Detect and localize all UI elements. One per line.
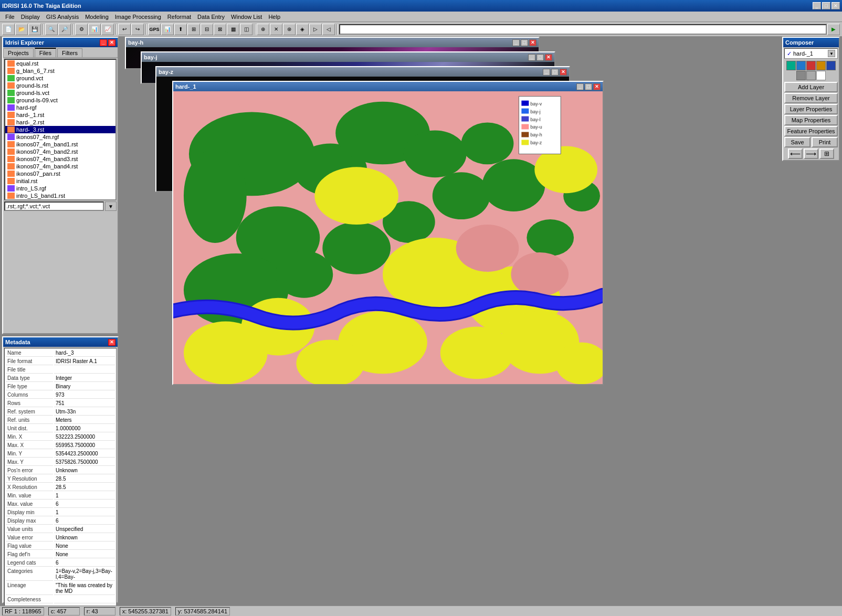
- layer-properties-button[interactable]: Layer Properties: [784, 104, 838, 114]
- toolbar-gps[interactable]: GPS: [148, 24, 161, 35]
- hard-close[interactable]: ✕: [593, 83, 601, 90]
- toolbar-btn12[interactable]: ▦: [227, 24, 239, 35]
- color-btn-8[interactable]: [816, 71, 826, 80]
- tab-files[interactable]: Files: [35, 48, 56, 57]
- bay-z-maximize[interactable]: □: [551, 69, 559, 76]
- remove-layer-button[interactable]: Remove Layer: [784, 93, 838, 103]
- tree-item[interactable]: ground-ls.vct: [5, 89, 115, 97]
- bay-j-close[interactable]: ✕: [545, 54, 552, 61]
- composer-layer-item[interactable]: ✓ hard-_1 ▼: [784, 48, 838, 59]
- toolbar-btn6[interactable]: ↩: [118, 24, 131, 35]
- toolbar-btn14[interactable]: ⊕: [257, 24, 269, 35]
- tree-item[interactable]: initial.rst: [5, 177, 115, 185]
- tab-filters[interactable]: Filters: [57, 48, 82, 57]
- toolbar-btn9[interactable]: ⊞: [187, 24, 200, 35]
- tree-item[interactable]: ground.vct: [5, 75, 115, 82]
- toolbar-play[interactable]: ▶: [827, 24, 840, 35]
- tree-item[interactable]: intro_LS_band2.rst: [5, 199, 115, 200]
- bay-j-maximize[interactable]: □: [536, 54, 544, 61]
- explorer-minimize[interactable]: _: [100, 39, 107, 46]
- tree-item[interactable]: hard-_2.rst: [5, 119, 115, 126]
- tree-item[interactable]: ikonos07_4m_band1.rst: [5, 141, 115, 148]
- tree-item[interactable]: intro_LS_band1.rst: [5, 192, 115, 199]
- bay-h-minimize[interactable]: _: [512, 39, 520, 46]
- nav-left-btn[interactable]: ⟵: [788, 148, 803, 159]
- hard-minimize[interactable]: _: [576, 83, 584, 90]
- toolbar-new[interactable]: 📄: [2, 24, 15, 35]
- tree-item[interactable]: g_blan_6_7.rst: [5, 67, 115, 75]
- metadata-close[interactable]: ✕: [108, 339, 115, 346]
- toolbar-btn15[interactable]: ✕: [270, 24, 282, 35]
- bay-z-minimize[interactable]: _: [543, 69, 550, 76]
- tree-item[interactable]: ground-ls-09.vct: [5, 97, 115, 104]
- menu-file[interactable]: File: [2, 13, 18, 21]
- tree-item[interactable]: ikonos07_pan.rst: [5, 170, 115, 177]
- hard-maximize[interactable]: □: [585, 83, 592, 90]
- color-btn-1[interactable]: [786, 61, 796, 70]
- color-btn-2[interactable]: [796, 61, 806, 70]
- toolbar-btn4[interactable]: 📊: [88, 24, 101, 35]
- toolbar-btn16[interactable]: ⊛: [283, 24, 296, 35]
- tree-item[interactable]: hard-rgf: [5, 104, 115, 111]
- toolbar-btn17[interactable]: ◈: [296, 24, 309, 35]
- toolbar-btn19[interactable]: ◁: [322, 24, 335, 35]
- tree-item[interactable]: ikonos07_4m_band4.rst: [5, 163, 115, 170]
- toolbar-btn18[interactable]: ▷: [309, 24, 322, 35]
- bay-j-minimize[interactable]: _: [528, 54, 535, 61]
- menu-help[interactable]: Help: [265, 13, 283, 21]
- menu-display[interactable]: Display: [18, 13, 43, 21]
- print-button[interactable]: Print: [812, 137, 838, 147]
- toolbar-btn8[interactable]: ⬆: [174, 24, 187, 35]
- tree-item[interactable]: ikonos07_4m_band2.rst: [5, 148, 115, 155]
- toolbar-btn3[interactable]: ⚙: [75, 24, 88, 35]
- minimize-btn[interactable]: _: [813, 2, 821, 9]
- toolbar-btn2[interactable]: 🔎: [58, 24, 71, 35]
- close-btn[interactable]: ✕: [832, 2, 840, 9]
- color-btn-3[interactable]: [806, 61, 816, 70]
- feature-properties-button[interactable]: Feature Properties: [784, 126, 838, 136]
- toolbar-btn1[interactable]: 🔍: [45, 24, 58, 35]
- tree-item[interactable]: hard-_3.rst: [5, 126, 115, 133]
- menu-reformat[interactable]: Reformat: [164, 13, 194, 21]
- toolbar-chart[interactable]: 📊: [161, 24, 174, 35]
- toolbar-btn10[interactable]: ⊟: [201, 24, 213, 35]
- menu-modeling[interactable]: Modeling: [82, 13, 112, 21]
- save-button[interactable]: Save: [784, 137, 811, 147]
- tree-item[interactable]: hard-_1.rst: [5, 111, 115, 119]
- bay-h-maximize[interactable]: □: [521, 39, 528, 46]
- tree-item[interactable]: ikonos07_4m_band3.rst: [5, 155, 115, 163]
- add-layer-button[interactable]: Add Layer: [784, 82, 838, 92]
- color-btn-7[interactable]: [806, 71, 816, 80]
- tree-item[interactable]: ikonos07_4m.rgf: [5, 133, 115, 141]
- toolbar-open[interactable]: 📂: [15, 24, 28, 35]
- bay-h-close[interactable]: ✕: [529, 39, 536, 46]
- color-btn-6[interactable]: [796, 71, 806, 80]
- nav-grid-btn[interactable]: ⊞: [819, 148, 834, 159]
- tree-item[interactable]: ground-ls.rst: [5, 82, 115, 89]
- maximize-btn[interactable]: □: [822, 2, 830, 9]
- tab-projects[interactable]: Projects: [3, 48, 34, 57]
- color-btn-4[interactable]: [816, 61, 826, 70]
- bay-h-title-bar[interactable]: bay-h _ □ ✕: [126, 38, 539, 47]
- toolbar-btn13[interactable]: ◫: [240, 24, 252, 35]
- filter-input[interactable]: [4, 201, 104, 211]
- tree-item[interactable]: intro_LS.rgf: [5, 185, 115, 192]
- map-properties-button[interactable]: Map Properties: [784, 115, 838, 125]
- bay-z-close[interactable]: ✕: [560, 69, 567, 76]
- toolbar-dropdown[interactable]: [339, 24, 827, 35]
- filter-btn[interactable]: ▼: [105, 201, 117, 211]
- menu-window[interactable]: Window List: [228, 13, 265, 21]
- toolbar-btn11[interactable]: ⊠: [214, 24, 226, 35]
- bay-z-title-bar[interactable]: bay-z _ □ ✕: [156, 67, 569, 77]
- toolbar-btn7[interactable]: ↪: [131, 24, 144, 35]
- bay-j-title-bar[interactable]: bay-j _ □ ✕: [142, 52, 554, 62]
- toolbar-save[interactable]: 💾: [28, 24, 41, 35]
- menu-data-entry[interactable]: Data Entry: [194, 13, 228, 21]
- menu-image[interactable]: Image Processing: [112, 13, 164, 21]
- title-bar-buttons[interactable]: _ □ ✕: [813, 2, 840, 9]
- tree-item[interactable]: equal.rst: [5, 60, 115, 67]
- nav-right-btn[interactable]: ⟶: [804, 148, 818, 159]
- menu-gis[interactable]: GIS Analysis: [43, 13, 82, 21]
- toolbar-btn5[interactable]: 📈: [101, 24, 114, 35]
- explorer-close[interactable]: ✕: [108, 39, 115, 46]
